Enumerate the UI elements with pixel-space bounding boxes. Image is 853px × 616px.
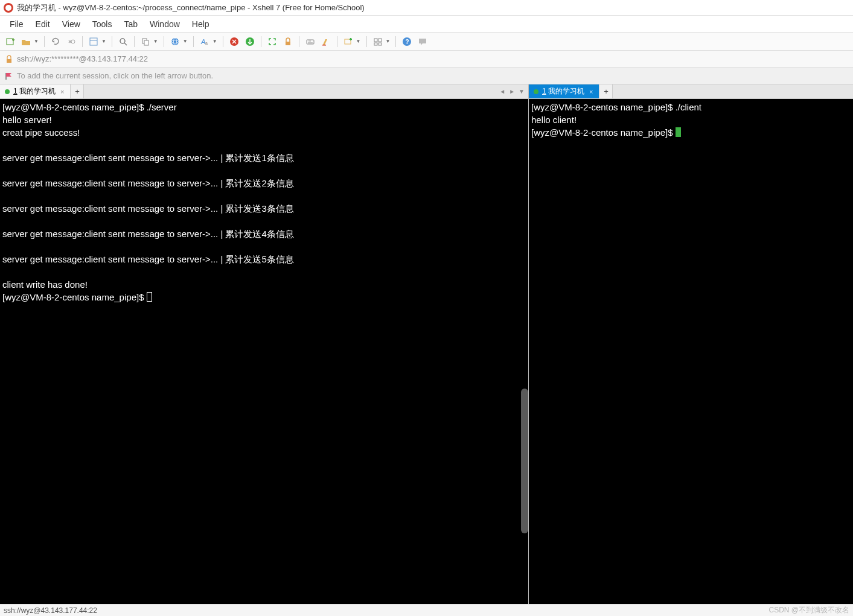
globe-icon[interactable] [168,35,182,48]
open-session-icon[interactable] [19,35,33,48]
help-icon[interactable]: ? [400,35,414,48]
separator [112,36,112,47]
menu-view[interactable]: View [56,17,86,31]
titlebar: 我的学习机 - wyz@VM-8-2-centos:~/process_conn… [0,0,853,16]
pane-left: 1 我的学习机 × + ◄ ► ▼ [wyz@VM-8-2-centos nam… [0,84,529,604]
svg-rect-24 [322,45,326,46]
status-dot-icon [5,89,10,94]
svg-point-4 [71,40,75,43]
tab-index: 1 [13,87,18,95]
separator [44,36,45,47]
app-icon [4,3,13,13]
svg-rect-25 [345,39,351,44]
layout-icon[interactable] [371,35,385,48]
separator [366,36,367,47]
dropdown-icon[interactable]: ▼ [101,39,107,44]
menu-help[interactable]: Help [186,17,216,31]
cursor-icon [147,292,152,302]
disconnect-icon[interactable] [65,35,78,48]
pane-right: 1 我的学习机 × + [wyz@VM-8-2-centos name_pipe… [529,84,853,604]
separator [134,36,135,47]
svg-rect-34 [7,59,11,63]
reconnect-icon[interactable] [49,35,62,48]
tab-session-right[interactable]: 1 我的学习机 × [529,84,599,98]
separator [299,36,299,47]
tab-menu-icon[interactable]: ▼ [517,88,526,95]
svg-rect-29 [379,39,382,42]
separator [164,36,164,47]
hint-text: To add the current session, click on the… [17,71,213,80]
separator [82,36,83,47]
statusbar: ssh://wyz@43.143.177.44:22 CSDN @不到满级不改名 [0,604,853,616]
menu-tab[interactable]: Tab [118,17,144,31]
cursor-icon [676,127,681,137]
svg-rect-31 [379,43,382,45]
menu-window[interactable]: Window [144,17,186,31]
search-icon[interactable] [117,35,130,48]
svg-rect-19 [307,40,314,44]
svg-rect-5 [90,38,97,45]
separator [223,36,223,47]
tab-add-button[interactable]: + [71,84,84,98]
separator [261,36,261,47]
tab-label: 我的学习机 [548,87,584,95]
tab-prev-icon[interactable]: ◄ [498,88,506,95]
properties-icon[interactable] [87,35,100,48]
terminal-output: [wyz@VM-8-2-centos name_pipe]$ ./server … [2,102,294,302]
tab-label: 我的学习机 [19,87,56,95]
tab-index: 1 [542,87,546,95]
tabstrip-left: 1 我的学习机 × + ◄ ► ▼ [0,84,528,99]
highlight-icon[interactable] [319,35,333,48]
copy-icon[interactable] [139,35,152,48]
menu-tools[interactable]: Tools [86,17,118,31]
terminal-left[interactable]: [wyz@VM-8-2-centos name_pipe]$ ./server … [0,99,528,604]
dropdown-icon[interactable]: ▼ [212,39,219,44]
keyboard-icon[interactable] [304,35,317,48]
menu-file[interactable]: File [4,17,30,31]
status-dot-icon [534,89,538,94]
tab-close-icon[interactable]: × [59,88,65,95]
font-icon[interactable]: Aa [198,35,211,48]
feedback-icon[interactable] [416,35,429,48]
new-window-icon[interactable] [342,35,355,48]
xshell-icon[interactable] [228,35,241,48]
tab-close-icon[interactable]: × [588,88,594,95]
svg-point-7 [120,39,125,43]
status-text: ssh://wyz@43.143.177.44:22 [4,606,97,615]
fullscreen-icon[interactable] [266,35,279,48]
svg-line-8 [124,43,127,45]
scrollbar[interactable] [521,389,528,533]
tab-session-left[interactable]: 1 我的学习机 × [0,84,71,98]
hint-bar: To add the current session, click on the… [0,68,853,84]
address-bar[interactable]: ssh://wyz:*********@43.143.177.44:22 [0,51,853,68]
svg-rect-10 [144,40,149,45]
terminal-right[interactable]: [wyz@VM-8-2-centos name_pipe]$ ./client … [529,99,853,604]
dropdown-icon[interactable]: ▼ [34,39,40,44]
xftp-icon[interactable] [243,35,257,48]
window-title: 我的学习机 - wyz@VM-8-2-centos:~/process_conn… [17,2,365,13]
new-tab-icon[interactable] [4,35,17,48]
menubar: File Edit View Tools Tab Window Help [0,16,853,33]
tabstrip-right: 1 我的学习机 × + [529,84,853,99]
tab-add-button[interactable]: + [599,84,613,98]
menu-edit[interactable]: Edit [30,17,56,31]
dropdown-icon[interactable]: ▼ [153,39,159,44]
lock-icon[interactable] [281,35,295,48]
svg-rect-30 [374,43,377,45]
flag-icon[interactable] [5,72,13,80]
svg-rect-18 [286,42,290,45]
svg-text:?: ? [406,39,409,45]
separator [337,36,337,47]
address-text: ssh://wyz:*********@43.143.177.44:22 [17,54,148,63]
svg-point-11 [171,38,179,45]
tab-nav: ◄ ► ▼ [498,84,528,98]
svg-text:a: a [205,41,208,45]
separator [193,36,194,47]
lock-icon [5,55,13,63]
dropdown-icon[interactable]: ▼ [183,39,189,44]
separator [395,36,396,47]
dropdown-icon[interactable]: ▼ [386,39,392,44]
tab-next-icon[interactable]: ► [508,88,516,95]
svg-rect-28 [374,39,377,42]
dropdown-icon[interactable]: ▼ [356,39,362,44]
